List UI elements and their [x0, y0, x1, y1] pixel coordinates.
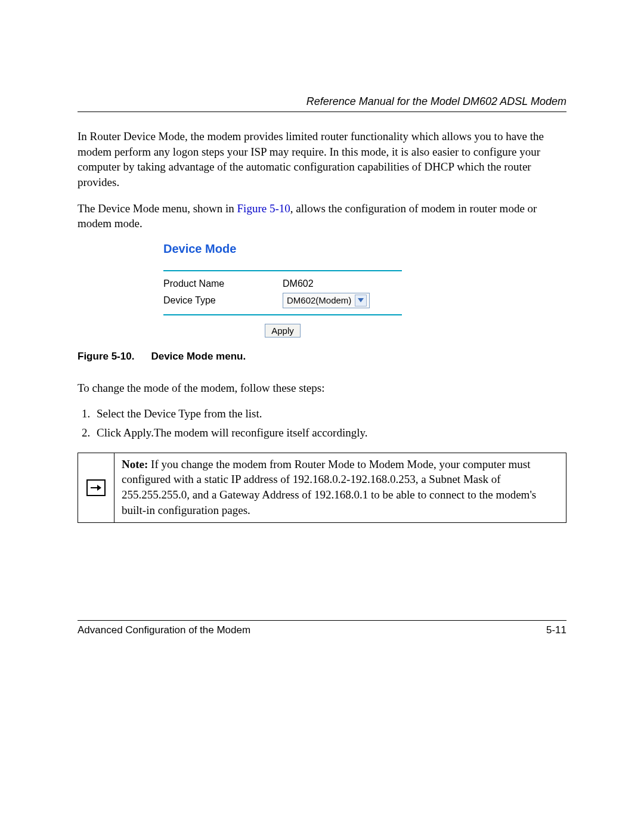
figure-number: Figure 5-10.	[78, 351, 134, 362]
footer-page-number: 5-11	[546, 624, 566, 636]
page-footer: Advanced Configuration of the Modem 5-11	[78, 620, 566, 636]
page: Reference Manual for the Model DM602 ADS…	[0, 0, 644, 833]
screenshot-separator	[163, 270, 402, 271]
figure-caption-text: Device Mode menu.	[151, 351, 246, 362]
screenshot-title: Device Mode	[163, 242, 485, 256]
paragraph-steps-intro: To change the mode of the modem, follow …	[78, 380, 566, 396]
list-item: Select the Device Type from the list.	[93, 406, 566, 422]
note-label: Note:	[122, 458, 148, 470]
product-name-label: Product Name	[163, 278, 283, 289]
figure-caption: Figure 5-10.Device Mode menu.	[78, 351, 566, 363]
svg-marker-0	[358, 298, 364, 302]
note-icon-cell	[78, 453, 114, 523]
svg-marker-2	[97, 485, 101, 491]
arrow-right-icon	[86, 479, 106, 496]
paragraph-menu-desc: The Device Mode menu, shown in Figure 5-…	[78, 201, 566, 231]
header-rule	[78, 112, 566, 112]
page-header-title: Reference Manual for the Model DM602 ADS…	[78, 95, 566, 108]
product-name-value: DM602	[283, 278, 314, 289]
steps-list: Select the Device Type from the list. Cl…	[78, 406, 566, 440]
device-mode-screenshot: Device Mode Product Name DM602 Device Ty…	[163, 242, 485, 337]
note-text: Note: If you change the modem from Route…	[114, 453, 566, 523]
list-item: Click Apply.The modem will reconfigure i…	[93, 425, 566, 441]
device-type-dropdown[interactable]: DM602(Modem)	[283, 293, 370, 308]
paragraph-intro: In Router Device Mode, the modem provide…	[78, 129, 566, 190]
screenshot-row-product-name: Product Name DM602	[163, 278, 485, 289]
footer-section-title: Advanced Configuration of the Modem	[78, 624, 250, 636]
figure-reference-link[interactable]: Figure 5-10	[237, 202, 290, 215]
apply-button[interactable]: Apply	[265, 324, 301, 337]
text-fragment: The Device Mode menu, shown in	[78, 202, 237, 215]
note-body: If you change the modem from Router Mode…	[122, 458, 536, 516]
device-type-value: DM602(Modem)	[287, 295, 351, 305]
device-type-label: Device Type	[163, 295, 283, 306]
screenshot-row-device-type: Device Type DM602(Modem)	[163, 293, 485, 308]
chevron-down-icon	[355, 295, 367, 306]
screenshot-separator	[163, 314, 402, 315]
footer-rule	[78, 620, 566, 621]
note-box: Note: If you change the modem from Route…	[78, 453, 566, 524]
